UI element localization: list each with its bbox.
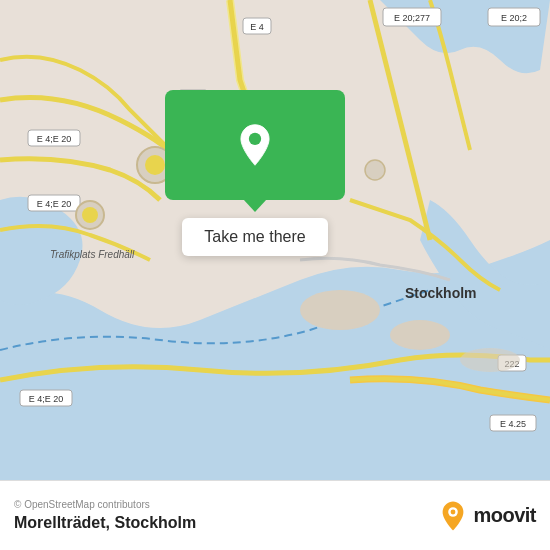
popup-button-label: Take me there (204, 228, 305, 245)
popup-card: Take me there (155, 90, 355, 256)
moovit-pin-icon (437, 500, 469, 532)
bottom-left: © OpenStreetMap contributors Morellträde… (14, 499, 196, 532)
attribution: © OpenStreetMap contributors (14, 499, 196, 510)
svg-text:Stockholm: Stockholm (405, 285, 477, 301)
svg-point-31 (451, 509, 456, 514)
svg-point-24 (82, 207, 98, 223)
svg-text:E 4;E 20: E 4;E 20 (37, 199, 72, 209)
bottom-bar: © OpenStreetMap contributors Morellträde… (0, 480, 550, 550)
svg-point-26 (300, 290, 380, 330)
app: E 20;277 E 20;2 E 4 E 20 E 4;E 20 E 4;E … (0, 0, 550, 550)
svg-text:E 4;E 20: E 4;E 20 (37, 134, 72, 144)
svg-text:E 20;2: E 20;2 (501, 13, 527, 23)
svg-point-29 (249, 133, 261, 145)
take-me-there-button[interactable]: Take me there (182, 218, 327, 256)
svg-point-28 (460, 348, 520, 372)
map-container: E 20;277 E 20;2 E 4 E 20 E 4;E 20 E 4;E … (0, 0, 550, 480)
moovit-logo: moovit (437, 500, 536, 532)
location-pin-icon (233, 123, 277, 167)
location-name: Morellträdet, Stockholm (14, 514, 196, 532)
moovit-text: moovit (473, 504, 536, 527)
svg-text:E 4: E 4 (250, 22, 264, 32)
svg-text:E 20;277: E 20;277 (394, 13, 430, 23)
svg-text:E 4.25: E 4.25 (500, 419, 526, 429)
popup-green-box (165, 90, 345, 200)
svg-text:Trafikplats Fredhäll: Trafikplats Fredhäll (50, 249, 135, 260)
svg-point-27 (390, 320, 450, 350)
svg-text:E 4;E 20: E 4;E 20 (29, 394, 64, 404)
svg-point-25 (365, 160, 385, 180)
